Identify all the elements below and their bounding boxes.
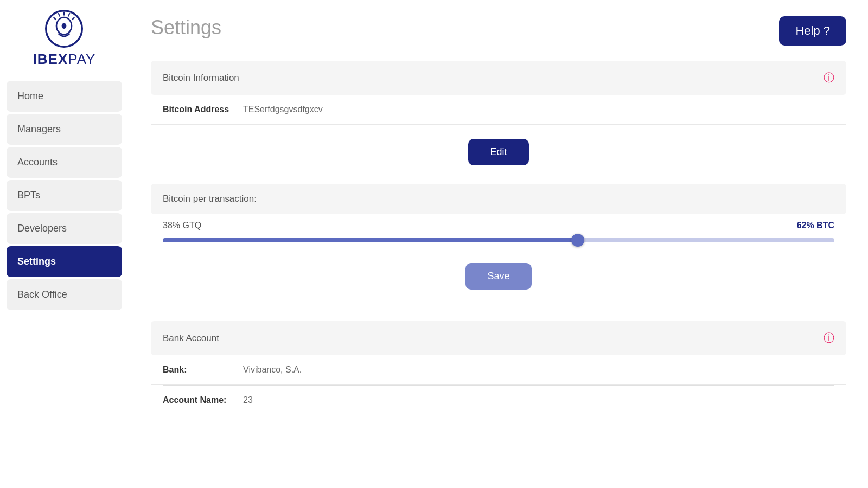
- svg-point-7: [62, 23, 67, 29]
- edit-button-wrapper: Edit: [151, 125, 846, 179]
- sidebar-item-back-office[interactable]: Back Office: [7, 279, 122, 310]
- sidebar: IBEXPAY Home Managers Accounts BPTs Deve…: [0, 0, 129, 488]
- page-title: Settings: [151, 16, 221, 39]
- bitcoin-info-section: Bitcoin Information ⓘ: [151, 61, 846, 95]
- logo-area: IBEXPAY: [24, 10, 105, 68]
- slider-labels: 38% GTQ 62% BTC: [163, 221, 834, 230]
- bitcoin-info-title: Bitcoin Information ⓘ: [163, 70, 834, 85]
- account-name-row: Account Name: 23: [163, 395, 834, 405]
- sidebar-item-accounts[interactable]: Accounts: [7, 147, 122, 178]
- sidebar-item-settings[interactable]: Settings: [7, 246, 122, 277]
- sidebar-item-home[interactable]: Home: [7, 81, 122, 112]
- bank-name-block: Bank: Vivibanco, S.A.: [151, 355, 846, 385]
- sidebar-item-developers[interactable]: Developers: [7, 213, 122, 244]
- slider-section: 38% GTQ 62% BTC: [151, 214, 846, 249]
- bitcoin-per-transaction-title: Bitcoin per transaction:: [163, 194, 834, 204]
- bank-value: Vivibanco, S.A.: [243, 365, 302, 375]
- save-button[interactable]: Save: [465, 263, 531, 290]
- bank-account-panel: Bank Account ⓘ: [151, 321, 846, 355]
- sidebar-item-managers[interactable]: Managers: [7, 114, 122, 145]
- bitcoin-per-transaction-section: Bitcoin per transaction:: [151, 184, 846, 214]
- logo-text: IBEXPAY: [33, 51, 96, 68]
- bank-alert-icon: ⓘ: [824, 331, 834, 345]
- logo-icon: [45, 10, 83, 48]
- bank-name-row: Bank: Vivibanco, S.A.: [163, 365, 834, 375]
- svg-line-4: [72, 17, 74, 20]
- page-header: Settings Help ?: [151, 16, 846, 46]
- sidebar-item-bpts[interactable]: BPTs: [7, 180, 122, 211]
- bank-account-title: Bank Account ⓘ: [163, 331, 834, 345]
- bank-account-section: Bank Account ⓘ Bank: Vivibanco, S.A. Acc…: [151, 321, 846, 415]
- save-button-wrapper: Save: [151, 249, 846, 308]
- bitcoin-address-row: Bitcoin Address TESerfdgsgvsdfgxcv: [163, 105, 834, 114]
- account-name-block: Account Name: 23: [151, 386, 846, 415]
- svg-line-6: [54, 17, 56, 20]
- help-button[interactable]: Help ?: [779, 16, 846, 46]
- nav-menu: Home Managers Accounts BPTs Developers S…: [0, 81, 129, 310]
- account-name-label: Account Name:: [163, 395, 233, 405]
- bitcoin-slider[interactable]: [163, 238, 834, 242]
- slider-label-left: 38% GTQ: [163, 221, 201, 230]
- edit-button[interactable]: Edit: [468, 139, 528, 165]
- account-name-value: 23: [243, 395, 253, 405]
- svg-line-5: [59, 13, 60, 16]
- bitcoin-address-block: Bitcoin Address TESerfdgsgvsdfgxcv: [151, 95, 846, 125]
- bitcoin-address-value: TESerfdgsgvsdfgxcv: [243, 105, 323, 114]
- bitcoin-address-label: Bitcoin Address: [163, 105, 233, 114]
- bitcoin-alert-icon: ⓘ: [824, 70, 834, 85]
- slider-label-right: 62% BTC: [797, 221, 834, 230]
- main-content: Settings Help ? Bitcoin Information ⓘ Bi…: [129, 0, 868, 488]
- bank-label: Bank:: [163, 365, 233, 375]
- svg-line-3: [68, 13, 70, 16]
